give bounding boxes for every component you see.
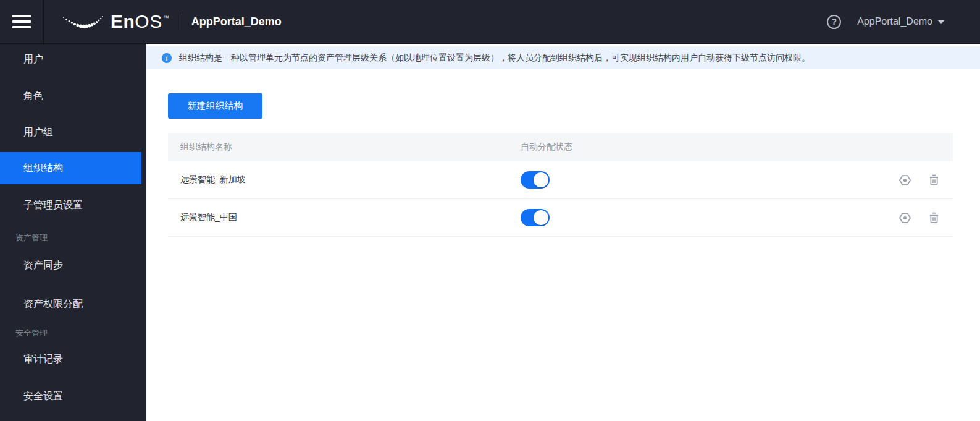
- trademark-symbol: ™: [164, 15, 169, 21]
- trash-icon[interactable]: [928, 211, 940, 224]
- sidebar-item-sub-admin[interactable]: 子管理员设置: [0, 189, 141, 221]
- column-header-status: 自动分配状态: [521, 142, 953, 153]
- brand-wordmark: EnOS: [111, 12, 162, 31]
- settings-nut-icon[interactable]: [898, 174, 911, 187]
- header-divider: [180, 14, 180, 30]
- sidebar-nav: 用户 角色 用户组 组织结构 子管理员设置 资产管理 资产同步 资产权限分配 安…: [0, 44, 146, 421]
- enos-dotted-swoosh-icon: [62, 14, 105, 30]
- top-header: EnOS ™ AppPortal_Demo ? AppPortal_Demo: [0, 0, 980, 44]
- info-banner-text: 组织结构是一种以管理单元为节点的资产管理层级关系（如以地理位置设置为层级），将人…: [179, 53, 810, 64]
- settings-nut-icon[interactable]: [898, 211, 911, 224]
- chevron-down-icon[interactable]: [937, 20, 945, 24]
- sidebar-item-users[interactable]: 用户: [0, 43, 141, 75]
- row-actions: [898, 174, 953, 187]
- enos-logo: EnOS ™: [62, 12, 169, 31]
- org-name-cell: 远景智能_中国: [168, 212, 521, 223]
- hamburger-menu-icon[interactable]: [0, 0, 44, 43]
- info-banner: i 组织结构是一种以管理单元为节点的资产管理层级关系（如以地理位置设置为层级），…: [146, 46, 980, 69]
- org-name-cell: 远景智能_新加坡: [168, 174, 521, 185]
- info-icon: i: [162, 53, 172, 63]
- sidebar-item-user-groups[interactable]: 用户组: [0, 116, 141, 148]
- sidebar-item-security-settings[interactable]: 安全设置: [0, 380, 141, 412]
- sidebar-item-asset-sync[interactable]: 资产同步: [0, 249, 141, 281]
- sidebar-item-asset-perms[interactable]: 资产权限分配: [0, 288, 141, 320]
- row-actions: [898, 211, 953, 224]
- sidebar-item-org-structure[interactable]: 组织结构: [0, 152, 141, 184]
- sidebar-section-security-mgmt: 安全管理: [0, 328, 146, 338]
- column-header-name: 组织结构名称: [168, 142, 521, 153]
- auto-assign-toggle[interactable]: [521, 209, 550, 226]
- table-row: 远景智能_新加坡: [168, 161, 953, 199]
- sidebar-item-roles[interactable]: 角色: [0, 80, 141, 112]
- app-title: AppPortal_Demo: [191, 15, 282, 28]
- sidebar-section-asset-mgmt: 资产管理: [0, 233, 146, 243]
- org-structure-table: 组织结构名称 自动分配状态 远景智能_新加坡: [168, 133, 953, 237]
- table-row: 远景智能_中国: [168, 199, 953, 237]
- table-header-row: 组织结构名称 自动分配状态: [168, 133, 953, 161]
- help-circle-icon[interactable]: ?: [827, 15, 841, 29]
- sidebar-item-audit-log[interactable]: 审计记录: [0, 343, 141, 375]
- main-content: i 组织结构是一种以管理单元为节点的资产管理层级关系（如以地理位置设置为层级），…: [146, 44, 980, 421]
- trash-icon[interactable]: [928, 174, 940, 187]
- account-switcher[interactable]: AppPortal_Demo: [857, 16, 932, 27]
- header-right-group: ? AppPortal_Demo: [827, 15, 945, 29]
- create-org-structure-button[interactable]: 新建组织结构: [168, 93, 262, 119]
- auto-assign-toggle[interactable]: [521, 171, 550, 189]
